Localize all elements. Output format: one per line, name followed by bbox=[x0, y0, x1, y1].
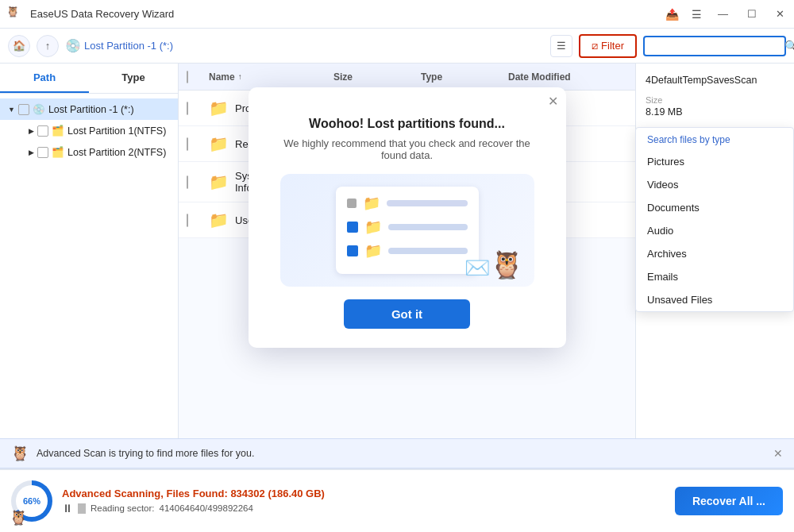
search-type-archives[interactable]: Archives bbox=[636, 242, 793, 265]
modal-title: Woohoo! Lost partitions found... bbox=[272, 117, 542, 131]
envelope-icon: ✉️ bbox=[464, 256, 490, 280]
search-type-pictures[interactable]: Pictures bbox=[636, 150, 793, 173]
scanning-text: Advanced Scanning, Files Found: bbox=[62, 488, 228, 499]
expand-icon-lp1: ▶ bbox=[29, 127, 34, 135]
sidebar-tree: ▼ 💿 Lost Partition -1 (*:) ▶ 🗂️ Lost Par… bbox=[0, 94, 178, 468]
mascot-notif-icon: 🦉 bbox=[11, 445, 29, 462]
search-dropdown-title: Search files by type bbox=[636, 128, 793, 150]
sidebar-tabs: Path Type bbox=[0, 64, 178, 94]
panel-size-label: Size bbox=[646, 95, 784, 105]
search-type-documents[interactable]: Documents bbox=[636, 196, 793, 219]
upload-icon[interactable]: 📤 bbox=[665, 8, 679, 21]
panel-size-value: 8.19 MB bbox=[646, 106, 784, 118]
tree-label-root: Lost Partition -1 (*:) bbox=[48, 104, 134, 115]
modal-card-bar bbox=[387, 200, 468, 206]
sector-icon bbox=[78, 503, 86, 514]
modal-card-folder-icon-3: 📁 bbox=[364, 242, 382, 260]
status-info: Advanced Scanning, Files Found: 834302 (… bbox=[62, 488, 665, 515]
modal-body: Woohoo! Lost partitions found... We high… bbox=[249, 109, 566, 348]
mascot-icon: 🦉 bbox=[490, 249, 523, 280]
modal-card-folder-icon-2: 📁 bbox=[364, 218, 382, 236]
titlebar-right: 📤 ☰ — ☐ ✕ bbox=[665, 8, 788, 21]
modal-card-bar-2 bbox=[388, 224, 468, 230]
modal-card-checkbox-2 bbox=[347, 245, 358, 256]
menu-icon[interactable]: ☰ bbox=[692, 8, 702, 21]
minimize-button[interactable]: — bbox=[715, 8, 731, 20]
drive-icon: 💿 bbox=[65, 38, 81, 53]
modal-card-row-1: 📁 bbox=[347, 195, 468, 212]
back-button[interactable]: ↑ bbox=[37, 35, 59, 57]
mascot-status-icon: 🦉 bbox=[10, 509, 27, 526]
search-input[interactable] bbox=[651, 40, 784, 52]
app-logo: 🦉 bbox=[6, 6, 24, 23]
files-size: (186.40 GB) bbox=[268, 488, 325, 499]
content-area: Name ↑ Size Type Date Modified 📁 Program… bbox=[179, 64, 635, 468]
search-box: 🔍 bbox=[643, 36, 786, 56]
pause-button[interactable]: ⏸ bbox=[62, 502, 73, 515]
tree-item-lp2[interactable]: ▶ 🗂️ Lost Partition 2(NTFS) bbox=[0, 141, 178, 163]
tree-label-lp1: Lost Partition 1(NTFS) bbox=[67, 125, 166, 137]
titlebar-left: 🦉 EaseUS Data Recovery Wizard bbox=[6, 6, 174, 23]
filter-button[interactable]: ⧄ Filter bbox=[579, 34, 637, 58]
tree-item-lp1[interactable]: ▶ 🗂️ Lost Partition 1(NTFS) bbox=[0, 120, 178, 141]
check-root[interactable] bbox=[18, 104, 29, 115]
recover-all-button[interactable]: Recover All ... bbox=[675, 487, 783, 515]
expand-icon-root: ▼ bbox=[8, 106, 15, 114]
notification-close-button[interactable]: ✕ bbox=[773, 447, 783, 460]
modal-card-expand bbox=[347, 199, 357, 208]
titlebar: 🦉 EaseUS Data Recovery Wizard 📤 ☰ — ☐ ✕ bbox=[0, 0, 794, 29]
reading-label: Reading sector: bbox=[91, 503, 155, 513]
files-found-count: 834302 bbox=[230, 488, 264, 499]
search-type-videos[interactable]: Videos bbox=[636, 173, 793, 196]
modal: ✕ Woohoo! Lost partitions found... We hi… bbox=[249, 87, 566, 348]
maximize-button[interactable]: ☐ bbox=[744, 8, 760, 20]
folder-icon-lp1: 🗂️ bbox=[52, 125, 64, 137]
panel-name-value: 4DefaultTempSavesScan bbox=[646, 75, 784, 86]
search-type-unsaved[interactable]: Unsaved Files bbox=[636, 288, 793, 311]
toolbar: 🏠 ↑ 💿 Lost Partition -1 (*:) ☰ ⧄ Filter … bbox=[0, 29, 794, 64]
drive-icon-root: 💿 bbox=[33, 103, 45, 115]
view-toggle-button[interactable]: ☰ bbox=[550, 35, 572, 57]
app-title: EaseUS Data Recovery Wizard bbox=[30, 8, 174, 20]
got-it-button[interactable]: Got it bbox=[344, 299, 470, 329]
modal-overlay: ✕ Woohoo! Lost partitions found... We hi… bbox=[179, 64, 635, 468]
sidebar: Path Type ▼ 💿 Lost Partition -1 (*:) ▶ 🗂… bbox=[0, 64, 179, 468]
home-button[interactable]: 🏠 bbox=[8, 35, 30, 57]
modal-close-button[interactable]: ✕ bbox=[548, 94, 558, 109]
search-dropdown: Search files by type Pictures Videos Doc… bbox=[635, 127, 794, 312]
modal-card-checkbox-1 bbox=[347, 222, 358, 233]
statusbar: 66% 🦉 Advanced Scanning, Files Found: 83… bbox=[0, 468, 794, 532]
breadcrumb-label: Lost Partition -1 (*:) bbox=[84, 40, 173, 52]
modal-card-bar-3 bbox=[388, 248, 468, 254]
close-button[interactable]: ✕ bbox=[773, 8, 788, 20]
modal-card-folder-icon: 📁 bbox=[363, 195, 380, 212]
check-lp1[interactable] bbox=[37, 125, 48, 137]
tab-path[interactable]: Path bbox=[0, 64, 89, 93]
modal-illustration: 📁 📁 📁 bbox=[280, 174, 534, 287]
breadcrumb: 💿 Lost Partition -1 (*:) bbox=[65, 38, 173, 53]
expand-icon-lp2: ▶ bbox=[29, 148, 34, 156]
progress-area: 66% 🦉 bbox=[11, 480, 52, 522]
scanning-label: Advanced Scanning, Files Found: 834302 (… bbox=[62, 488, 665, 499]
tree-item-root[interactable]: ▼ 💿 Lost Partition -1 (*:) bbox=[0, 98, 178, 120]
tab-type[interactable]: Type bbox=[89, 64, 178, 93]
search-icon[interactable]: 🔍 bbox=[784, 40, 794, 52]
modal-subtitle: We highly recommend that you check and r… bbox=[272, 137, 542, 161]
filter-icon: ⧄ bbox=[592, 40, 598, 52]
search-type-emails[interactable]: Emails bbox=[636, 265, 793, 288]
modal-header: ✕ bbox=[249, 87, 566, 109]
modal-card-row-3: 📁 bbox=[347, 242, 468, 260]
sector-value: 414064640/499892264 bbox=[160, 503, 253, 513]
modal-card: 📁 📁 📁 bbox=[336, 187, 479, 274]
modal-card-row-2: 📁 bbox=[347, 218, 468, 236]
folder-icon-lp2: 🗂️ bbox=[52, 146, 64, 158]
status-reading: ⏸ Reading sector: 414064640/499892264 bbox=[62, 502, 665, 515]
search-type-audio[interactable]: Audio bbox=[636, 219, 793, 242]
filter-label: Filter bbox=[601, 40, 624, 52]
tree-label-lp2: Lost Partition 2(NTFS) bbox=[67, 147, 166, 158]
check-lp2[interactable] bbox=[37, 147, 48, 158]
